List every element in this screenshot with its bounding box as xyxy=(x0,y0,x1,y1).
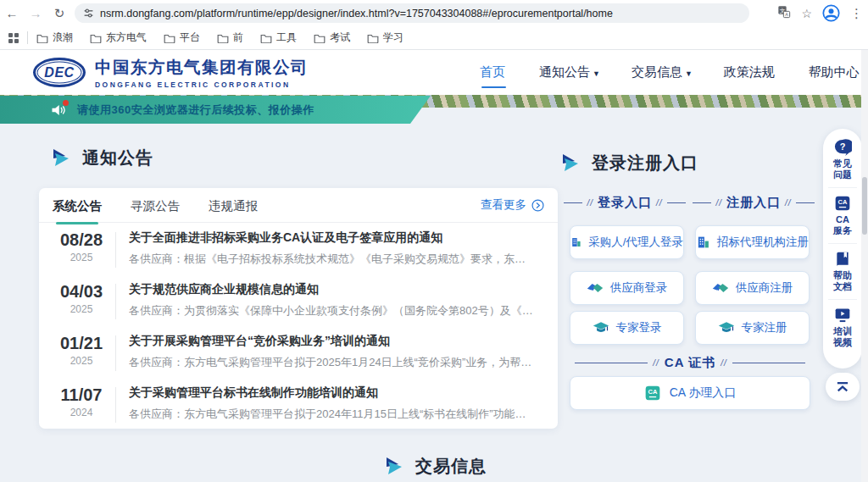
trade-section-title: 交易信息 xyxy=(386,455,487,478)
folder-icon xyxy=(90,33,102,43)
nav-item-trade-info[interactable]: 交易信息▼ xyxy=(632,64,693,80)
notice-desc: 各供应商：东方电气采购管理平台拟于2025年1月24日上线“竞价采购”业务，为帮… xyxy=(129,355,536,370)
chevron-down-icon: ▼ xyxy=(685,69,693,78)
login-group-labels: 登录入口 注册入口 xyxy=(564,195,815,211)
browser-menu-icon[interactable]: ⋮ xyxy=(850,6,863,21)
notice-title: 关于全面推进非招标采购业务CA认证及电子签章应用的通知 xyxy=(129,230,536,246)
bookmark-item[interactable]: 工具 xyxy=(260,30,297,45)
double-chevron-icon xyxy=(386,457,404,475)
svg-text:CA: CA xyxy=(648,388,657,396)
double-chevron-icon xyxy=(53,149,71,167)
tab-system-notices[interactable]: 系统公告 xyxy=(53,197,102,214)
ca-apply-button[interactable]: CA CA 办理入口 xyxy=(570,376,810,410)
divider xyxy=(115,284,116,319)
divider xyxy=(115,387,116,423)
notice-tabs: 系统公告 寻源公告 违规通报 查看更多 xyxy=(39,188,558,223)
forward-icon[interactable]: → xyxy=(24,6,47,20)
sidebar-item-faq[interactable]: ? 常见问题 xyxy=(828,139,857,188)
graduation-cap-icon xyxy=(718,320,735,335)
register-agency-button[interactable]: 招标代理机构注册 xyxy=(695,225,810,259)
url-text: nsrm.dongfang.com/platform/runtime/epp/d… xyxy=(100,8,613,19)
notice-title: 关于开展采购管理平台“竞价采购业务”培训的通知 xyxy=(129,334,536,349)
notice-title: 关于采购管理平台标书在线制作功能培训的通知 xyxy=(129,385,536,401)
circle-arrow-icon xyxy=(531,199,544,212)
scrollbar-thumb[interactable] xyxy=(862,177,867,235)
reload-icon[interactable]: ↻ xyxy=(47,6,71,21)
building-icon xyxy=(570,235,581,250)
view-more-link[interactable]: 查看更多 xyxy=(481,197,544,213)
notice-row[interactable]: 11/07 2024 关于采购管理平台标书在线制作功能培训的通知 各供应商：东方… xyxy=(39,378,558,429)
alert-dot xyxy=(63,100,69,106)
bookmark-star-icon[interactable]: ☆ xyxy=(801,7,812,20)
nav-item-policies[interactable]: 政策法规 xyxy=(724,64,777,80)
register-expert-button[interactable]: 专家注册 xyxy=(695,311,810,345)
folder-icon xyxy=(260,33,272,43)
translate-icon[interactable]: 文A xyxy=(777,5,791,22)
main-nav: 首页 通知公告▼ 交易信息▼ 政策法规 帮助中心▼ xyxy=(480,50,868,95)
sidebar-item-training-videos[interactable]: 培训视频 xyxy=(828,307,857,355)
folder-icon xyxy=(314,33,326,43)
section-heading: 通知公告 xyxy=(82,147,153,169)
back-icon[interactable]: ← xyxy=(0,6,24,20)
notice-desc: 各供应商：东方电气采购管理平台拟于2024年11月15日上线“标书在线制作”功能… xyxy=(129,407,536,422)
login-expert-button[interactable]: 专家登录 xyxy=(570,311,684,345)
screen: ← → ↻ nsrm.dongfang.com/platform/runtime… xyxy=(0,0,868,482)
nav-item-home[interactable]: 首页 xyxy=(480,64,508,80)
register-group-label: 注册入口 xyxy=(693,195,815,211)
svg-text:A: A xyxy=(786,12,789,17)
bookmark-item[interactable]: 学习 xyxy=(367,30,403,45)
ca-badge-icon: CA xyxy=(834,195,851,212)
notice-date: 01/21 2025 xyxy=(47,334,115,367)
profile-avatar[interactable] xyxy=(822,4,840,22)
svg-text:CA: CA xyxy=(838,198,848,206)
sidebar-item-ca-service[interactable]: CA CA服务 xyxy=(828,195,857,244)
bookmark-item[interactable]: 前 xyxy=(217,30,243,45)
chevron-down-icon: ▼ xyxy=(593,69,600,78)
login-supplier-button[interactable]: 供应商登录 xyxy=(570,271,684,305)
scrollbar-track[interactable] xyxy=(861,50,868,482)
speaker-icon xyxy=(51,103,66,117)
quick-sidebar: ? 常见问题 CA CA服务 帮助文档 培训视频 xyxy=(823,129,862,368)
apps-grid-icon[interactable] xyxy=(8,33,19,43)
notice-row[interactable]: 08/28 2025 关于全面推进非招标采购业务CA认证及电子签章应用的通知 各… xyxy=(39,223,558,274)
announcement-ribbon: 请使用360安全浏览器进行后续投标、报价操作 xyxy=(0,96,431,124)
bookmark-item[interactable]: 浪潮 xyxy=(36,30,73,45)
address-bar[interactable]: nsrm.dongfang.com/platform/runtime/epp/d… xyxy=(75,3,749,23)
notice-date: 11/07 2024 xyxy=(47,385,115,418)
tab-sourcing-notices[interactable]: 寻源公告 xyxy=(131,197,180,214)
company-name: 中国东方电气集团有限公司 DONGFANG ELECTRIC CORPORATI… xyxy=(95,56,309,89)
login-buyer-button[interactable]: 采购人/代理人登录 xyxy=(570,225,684,259)
register-supplier-button[interactable]: 供应商注册 xyxy=(695,271,810,305)
site-info-icon[interactable] xyxy=(83,8,94,19)
ca-badge-icon: CA xyxy=(644,385,661,402)
double-chevron-icon xyxy=(562,154,581,172)
collapse-up-icon xyxy=(835,381,850,393)
tab-violation-reports[interactable]: 违规通报 xyxy=(209,197,258,214)
book-icon xyxy=(834,251,851,268)
nav-item-help-center[interactable]: 帮助中心▼ xyxy=(809,64,868,80)
sidebar-item-help-docs[interactable]: 帮助文档 xyxy=(828,251,857,300)
notice-row[interactable]: 04/03 2025 关于规范供应商企业规模信息的通知 各供应商：为贯彻落实《保… xyxy=(39,274,558,326)
notice-card: 系统公告 寻源公告 违规通报 查看更多 08/28 2025 关于全面推进非招标… xyxy=(39,188,558,429)
handshake-icon xyxy=(587,280,604,296)
notice-desc: 各供应商：根据《电子招标投标系统技术规范》《电子采购交易规范》要求，东方电气采购… xyxy=(129,252,536,267)
announcement-text: 请使用360安全浏览器进行后续投标、报价操作 xyxy=(77,102,314,118)
bookmark-item[interactable]: 平台 xyxy=(164,30,200,45)
folder-icon xyxy=(217,33,229,43)
bookmark-item[interactable]: 东方电气 xyxy=(90,30,147,45)
dec-logo[interactable]: DEC xyxy=(33,58,86,87)
ca-section-label: CA 证书 xyxy=(566,355,814,371)
building-icon xyxy=(696,235,710,250)
question-icon: ? xyxy=(833,139,852,156)
section-heading: 交易信息 xyxy=(415,455,487,478)
login-section-title: 登录注册入口 xyxy=(562,152,698,175)
company-name-cn: 中国东方电气集团有限公司 xyxy=(95,56,309,79)
notice-row[interactable]: 01/21 2025 关于开展采购管理平台“竞价采购业务”培训的通知 各供应商：… xyxy=(39,326,558,378)
nav-item-notices[interactable]: 通知公告▼ xyxy=(539,64,600,80)
folder-icon xyxy=(367,33,379,43)
section-heading: 登录注册入口 xyxy=(592,152,698,175)
divider xyxy=(115,232,116,268)
collapse-sidebar-button[interactable] xyxy=(826,373,860,401)
divider xyxy=(115,335,116,371)
bookmark-item[interactable]: 考试 xyxy=(314,30,350,45)
